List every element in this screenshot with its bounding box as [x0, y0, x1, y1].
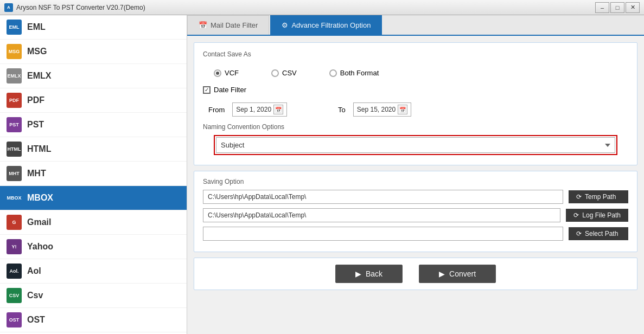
csv-icon: CSV [7, 288, 22, 303]
sidebar-item-label-msg: MSG [27, 47, 47, 56]
tab-mail-date-filter-icon: 📅 [199, 21, 207, 29]
title-bar: A Aryson NSF To PST Converter V20.7(Demo… [0, 0, 644, 15]
tab-mail-date-filter[interactable]: 📅Mail Date Filter [187, 15, 269, 35]
sidebar-item-label-aol: Aol [27, 266, 41, 276]
saving-row-2: ⟳Select Path [203, 227, 628, 241]
back-icon: ▶ [355, 269, 361, 278]
sidebar-item-csv[interactable]: CSVCsv [0, 284, 187, 308]
sidebar-item-html[interactable]: HTMLHTML [0, 137, 187, 162]
sidebar-item-gmail[interactable]: GGmail [0, 210, 187, 235]
back-label: Back [366, 269, 382, 278]
from-calendar-icon[interactable]: 📅 [273, 105, 283, 114]
sidebar: EMLEMLMSGMSGEMLXEMLXPDFPDFPSTPSTHTMLHTML… [0, 15, 187, 334]
to-calendar-icon[interactable]: 📅 [398, 105, 407, 114]
contact-save-label: Contact Save As [203, 50, 628, 58]
saving-row-0: ⟳Temp Path [203, 190, 628, 204]
from-label: From [208, 106, 225, 114]
radio-vcf-circle [214, 69, 221, 77]
saving-option-panel: Saving Option ⟳Temp Path⟳Log File Path⟳S… [194, 171, 637, 252]
path-btn-label-2: Select Path [585, 230, 618, 237]
path-btn-0[interactable]: ⟳Temp Path [569, 190, 628, 203]
app-logo: A [4, 3, 13, 12]
naming-dropdown-wrapper: SubjectDateFromToMessage ID [214, 135, 617, 155]
radio-bothformat[interactable]: Both Format [329, 69, 379, 77]
sidebar-item-mbox[interactable]: MBOXMBOX [0, 186, 187, 210]
path-btn-icon-0: ⟳ [576, 193, 582, 201]
sidebar-item-aol[interactable]: Aol.Aol [0, 259, 187, 284]
to-date-input[interactable]: Sep 15, 2020 📅 [353, 102, 411, 117]
radio-csv[interactable]: CSV [271, 69, 297, 77]
path-btn-label-1: Log File Path [582, 211, 621, 219]
emlx-icon: EMLX [7, 68, 22, 84]
main-panel: Contact Save As VCF CSV Both Format [194, 42, 637, 165]
sidebar-item-label-mht: MHT [27, 169, 46, 178]
path-btn-1[interactable]: ⟳Log File Path [566, 209, 628, 222]
content-area: 📅Mail Date Filter⚙Advance Filtration Opt… [187, 15, 644, 334]
date-filter-section: Date Filter From Sep 1, 2020 📅 To Sep 15… [203, 86, 628, 120]
radio-csv-label: CSV [282, 69, 297, 77]
radio-vcf-label: VCF [225, 69, 239, 77]
naming-convention-label: Naming Convention Options [203, 123, 628, 131]
mht-icon: MHT [7, 166, 22, 181]
naming-convention-dropdown[interactable]: SubjectDateFromToMessage ID [216, 137, 615, 153]
window-controls: – □ ✕ [595, 2, 640, 13]
maximize-button[interactable]: □ [610, 2, 624, 13]
to-date-value: Sep 15, 2020 [357, 106, 396, 113]
footer-bar: ▶ Back ▶ Convert [194, 258, 637, 290]
minimize-button[interactable]: – [595, 2, 609, 13]
radio-group-contact: VCF CSV Both Format [203, 63, 628, 82]
convert-icon: ▶ [439, 269, 445, 278]
path-btn-2[interactable]: ⟳Select Path [569, 227, 628, 240]
eml-icon: EML [7, 20, 22, 35]
sidebar-item-label-emlx: EMLX [27, 71, 51, 81]
tab-advance-filtration-icon: ⚙ [282, 21, 288, 29]
app-title: Aryson NSF To PST Converter V20.7(Demo) [16, 4, 145, 11]
saving-input-0[interactable] [203, 190, 563, 204]
sidebar-item-label-ost: OST [27, 315, 45, 325]
tab-advance-filtration-label: Advance Filtration Option [291, 21, 371, 29]
gmail-icon: G [7, 215, 22, 230]
sidebar-item-eml[interactable]: EMLEML [0, 15, 187, 40]
back-button[interactable]: ▶ Back [335, 265, 403, 283]
saving-input-2[interactable] [203, 227, 563, 241]
pst-icon: PST [7, 117, 22, 132]
convert-button[interactable]: ▶ Convert [419, 265, 496, 283]
date-filter-checkbox[interactable] [203, 86, 211, 94]
sidebar-item-label-gmail: Gmail [27, 217, 51, 227]
saving-input-1[interactable] [203, 208, 560, 222]
sidebar-item-ost[interactable]: OSTOST [0, 308, 187, 332]
sidebar-item-label-mbox: MBOX [27, 193, 53, 203]
sidebar-item-pdf[interactable]: PDFPDF [0, 88, 187, 113]
tab-advance-filtration[interactable]: ⚙Advance Filtration Option [270, 15, 382, 35]
sidebar-item-msg[interactable]: MSGMSG [0, 40, 187, 64]
main-layout: EMLEMLMSGMSGEMLXEMLXPDFPDFPSTPSTHTMLHTML… [0, 15, 644, 334]
ost-icon: OST [7, 312, 22, 327]
sidebar-item-emlx[interactable]: EMLXEMLX [0, 64, 187, 88]
path-btn-label-0: Temp Path [585, 193, 616, 201]
content-body: Contact Save As VCF CSV Both Format [187, 36, 644, 334]
sidebar-item-yahoo[interactable]: Y!Yahoo [0, 235, 187, 259]
path-btn-icon-1: ⟳ [573, 211, 579, 219]
html-icon: HTML [7, 142, 22, 157]
yahoo-icon: Y! [7, 239, 22, 254]
radio-vcf[interactable]: VCF [214, 69, 239, 77]
from-date-input[interactable]: Sep 1, 2020 📅 [232, 102, 287, 117]
from-date-value: Sep 1, 2020 [236, 106, 271, 113]
sidebar-item-pst[interactable]: PSTPST [0, 113, 187, 137]
radio-csv-circle [271, 69, 279, 77]
sidebar-item-label-eml: EML [27, 22, 46, 32]
date-filter-label: Date Filter [214, 86, 246, 94]
date-filter-header: Date Filter [203, 86, 628, 94]
pdf-icon: PDF [7, 93, 22, 108]
saving-row-1: ⟳Log File Path [203, 208, 628, 222]
sidebar-item-label-yahoo: Yahoo [27, 242, 53, 252]
sidebar-item-mht[interactable]: MHTMHT [0, 162, 187, 186]
naming-convention-section: Naming Convention Options SubjectDateFro… [203, 123, 628, 155]
contact-save-section: Contact Save As VCF CSV Both Format [203, 50, 628, 82]
close-button[interactable]: ✕ [626, 2, 640, 13]
sidebar-item-label-csv: Csv [27, 291, 43, 300]
sidebar-item-label-html: HTML [27, 144, 51, 154]
radio-bothformat-label: Both Format [340, 69, 379, 77]
tab-mail-date-filter-label: Mail Date Filter [211, 21, 258, 29]
saving-option-label: Saving Option [203, 178, 628, 185]
